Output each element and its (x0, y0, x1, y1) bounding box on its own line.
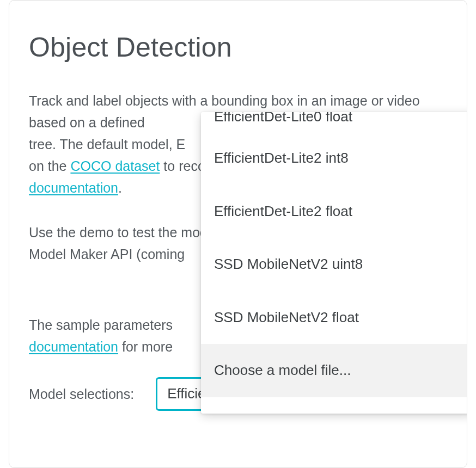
scrollbar-thumb[interactable] (467, 186, 467, 406)
dropdown-item[interactable]: SSD MobileNetV2 uint8 (201, 238, 467, 291)
text-segment: for more (122, 339, 173, 354)
dropdown-item-label: EfficientDet-Lite2 int8 (214, 150, 349, 166)
coco-dataset-link[interactable]: COCO dataset (70, 158, 160, 174)
text-segment: on the (29, 158, 70, 174)
dropdown-item-label: Choose a model file... (214, 362, 351, 378)
dropdown-item[interactable]: EfficientDet-Lite2 int8 (201, 132, 467, 185)
text-segment: tree. The default model, E (29, 137, 185, 152)
dropdown-item-label: SSD MobileNetV2 uint8 (214, 256, 363, 272)
documentation-link[interactable]: documentation (29, 180, 118, 195)
model-dropdown: EfficientDet-Lite0 float EfficientDet-Li… (201, 112, 467, 414)
card-container: Object Detection Track and label objects… (9, 0, 467, 468)
dropdown-item[interactable]: EfficientDet-Lite2 float (201, 185, 467, 238)
dropdown-item-label: EfficientDet-Lite0 float (214, 112, 352, 128)
dropdown-list: EfficientDet-Lite0 float EfficientDet-Li… (201, 112, 467, 414)
dropdown-item-label: EfficientDet-Lite2 float (214, 203, 352, 219)
text-segment: The sample parameters (29, 317, 173, 332)
page-title: Object Detection (29, 26, 447, 69)
model-selection-label: Model selections: (29, 383, 134, 405)
params-documentation-link[interactable]: documentation (29, 339, 118, 354)
dropdown-item[interactable]: SSD MobileNetV2 float (201, 291, 467, 344)
dropdown-item-choose-file[interactable]: Choose a model file... (201, 344, 467, 397)
dropdown-item[interactable]: EfficientDet-Lite0 float (201, 112, 467, 132)
text-segment: . (118, 180, 122, 195)
dropdown-item-label: SSD MobileNetV2 float (214, 309, 359, 325)
